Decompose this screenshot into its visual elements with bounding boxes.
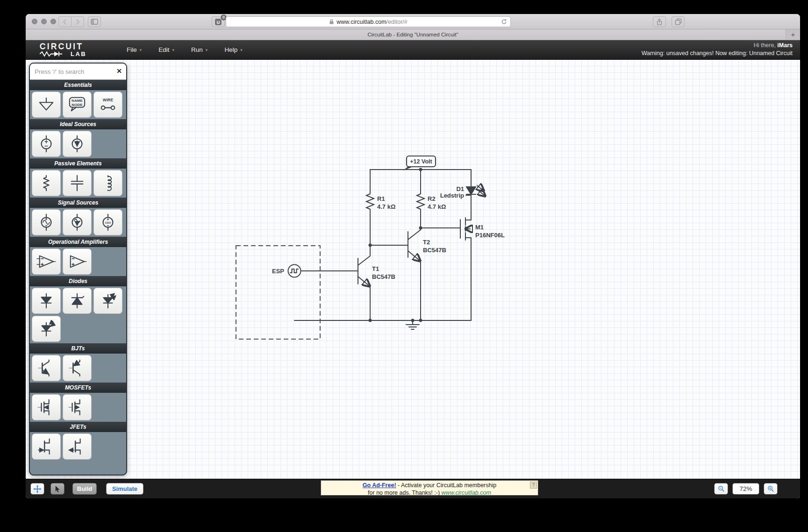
palette-inductor[interactable] <box>93 170 122 196</box>
supply-node-label[interactable]: +12 Volt <box>403 156 436 170</box>
ground-icon <box>36 96 57 113</box>
circuitlab-logo[interactable]: CIRCUIT LAB <box>40 43 114 57</box>
section-header-essentials: Essentials <box>30 80 126 90</box>
circuit-schematic[interactable]: R1 4.7 kΩ R2 4.7 kΩ D1 Ledstrip <box>26 60 800 479</box>
close-window-button[interactable] <box>32 19 37 24</box>
component-r1[interactable]: R1 4.7 kΩ <box>366 192 395 213</box>
bottom-toolbar: Build Simulate Go Ad-Free! - Activate yo… <box>26 479 800 498</box>
component-t1[interactable]: T1 BC547B <box>358 256 395 285</box>
palette-nmos-transistor[interactable] <box>32 394 61 420</box>
palette-diode[interactable] <box>32 288 61 314</box>
schematic-canvas[interactable]: R1 4.7 kΩ R2 4.7 kΩ D1 Ledstrip <box>26 60 800 479</box>
inductor-icon <box>97 174 119 192</box>
build-mode-button[interactable]: Build <box>72 483 97 495</box>
opamp-basic-icon <box>66 253 88 270</box>
svg-text:Ledstrip: Ledstrip <box>440 192 464 199</box>
pan-tool-button[interactable] <box>30 483 44 495</box>
svg-text:R2: R2 <box>428 195 436 202</box>
ad-banner: Go Ad-Free! - Activate your CircuitLab m… <box>321 480 538 496</box>
palette-led[interactable] <box>93 288 122 314</box>
zoom-level-display[interactable]: 72% <box>732 483 759 495</box>
forward-icon <box>75 19 80 25</box>
address-bar[interactable]: www.circuitlab.com/editor/# <box>226 16 511 27</box>
reload-button[interactable] <box>501 19 507 26</box>
forward-button[interactable] <box>72 16 84 27</box>
zoom-in-button[interactable] <box>764 483 778 495</box>
component-m1-mosfet[interactable]: M1 P16NF06L <box>460 218 505 240</box>
go-ad-free-link[interactable]: Go Ad-Free! <box>363 482 396 489</box>
menu-help[interactable]: Help <box>224 46 242 53</box>
menu-file[interactable]: File <box>127 46 142 53</box>
photodiode-icon <box>36 320 57 338</box>
sidebar-toggle-button[interactable] <box>88 16 101 27</box>
section-header-jfets: JFETs <box>30 422 126 432</box>
select-tool-button[interactable] <box>50 483 64 495</box>
menu-edit[interactable]: Edit <box>158 46 174 53</box>
url-host: www.circuitlab.com <box>336 19 386 25</box>
ad-url[interactable]: www.circuitlab.com <box>442 489 491 496</box>
section-grid-operational-amplifiers <box>30 247 126 276</box>
palette-capacitor[interactable] <box>63 170 92 196</box>
share-icon <box>656 18 663 26</box>
search-input[interactable] <box>30 64 126 79</box>
section-grid-diodes <box>30 286 126 343</box>
palette-current-source[interactable] <box>63 131 92 157</box>
palette-wire[interactable]: WIRE <box>93 92 122 118</box>
component-d1-led[interactable]: D1 Ledstrip <box>440 185 484 199</box>
new-tab-button[interactable]: + <box>786 29 800 40</box>
palette-p-jfet[interactable] <box>63 433 92 460</box>
logo-text-circuit: CIRCUIT <box>40 43 114 50</box>
svg-text:+12 Volt: +12 Volt <box>410 158 432 165</box>
svg-text:WIRE: WIRE <box>103 98 114 102</box>
palette-csv-source[interactable]: CSV <box>93 209 122 235</box>
extension-button[interactable]: U 8 <box>212 16 225 27</box>
component-t2[interactable]: T2 BC547B <box>408 230 446 260</box>
zoom-in-icon <box>767 485 774 492</box>
zoom-window-button[interactable] <box>50 19 56 24</box>
ad-help-button[interactable]: ? <box>530 482 537 489</box>
pmos-transistor-icon <box>66 398 88 416</box>
palette-opamp-basic[interactable] <box>63 248 92 275</box>
palette-n-jfet[interactable] <box>32 433 61 460</box>
svg-text:ESP: ESP <box>272 268 284 275</box>
palette-zener-diode[interactable] <box>63 288 92 314</box>
minimize-window-button[interactable] <box>41 19 47 24</box>
palette-voltage-source[interactable] <box>32 131 61 157</box>
tab-overview-button[interactable] <box>672 16 685 27</box>
section-header-operational-amplifiers: Operational Amplifiers <box>30 237 126 247</box>
share-button[interactable] <box>653 16 666 27</box>
palette-sine-current-source[interactable] <box>63 209 92 235</box>
username[interactable]: iMars <box>777 42 793 49</box>
close-icon[interactable]: ✕ <box>116 67 122 75</box>
palette-resistor[interactable] <box>32 170 61 196</box>
palette-name-node[interactable]: NAMENODE <box>63 92 92 118</box>
palette-pnp-transistor[interactable] <box>63 355 92 381</box>
section-header-mosfets: MOSFETs <box>30 383 126 393</box>
section-header-ideal-sources: Ideal Sources <box>30 119 126 129</box>
voltage-source-icon <box>36 135 57 153</box>
component-esp-source[interactable]: ESP <box>272 265 301 277</box>
back-button[interactable] <box>58 16 72 27</box>
palette-photodiode[interactable] <box>32 316 61 342</box>
palette-ground[interactable] <box>32 92 61 118</box>
svg-text:BC547B: BC547B <box>423 247 446 254</box>
section-grid-essentials: NAMENODEWIRE <box>30 90 126 119</box>
section-grid-jfets <box>30 432 126 461</box>
palette-opamp[interactable] <box>32 248 61 275</box>
palette-pmos-transistor[interactable] <box>63 394 92 420</box>
section-header-diodes: Diodes <box>30 276 126 286</box>
simulate-mode-button[interactable]: Simulate <box>106 483 143 495</box>
palette-sine-voltage-source[interactable] <box>32 209 61 235</box>
svg-text:T1: T1 <box>372 265 379 272</box>
zoom-out-button[interactable] <box>714 483 728 495</box>
svg-text:R1: R1 <box>377 195 385 202</box>
logo-resistor-diode-icon <box>40 51 71 57</box>
svg-text:P16NF06L: P16NF06L <box>475 232 505 239</box>
unsaved-warning: Warning: unsaved changes! Now editing: U… <box>642 50 793 57</box>
menu-run[interactable]: Run <box>191 46 207 53</box>
palette-npn-transistor[interactable] <box>32 355 61 381</box>
section-grid-passive-elements <box>30 169 126 198</box>
nmos-transistor-icon <box>36 398 57 416</box>
section-header-bjts: BJTs <box>30 343 126 354</box>
tab-title[interactable]: CircuitLab - Editing "Unnamed Circuit" <box>367 32 458 37</box>
